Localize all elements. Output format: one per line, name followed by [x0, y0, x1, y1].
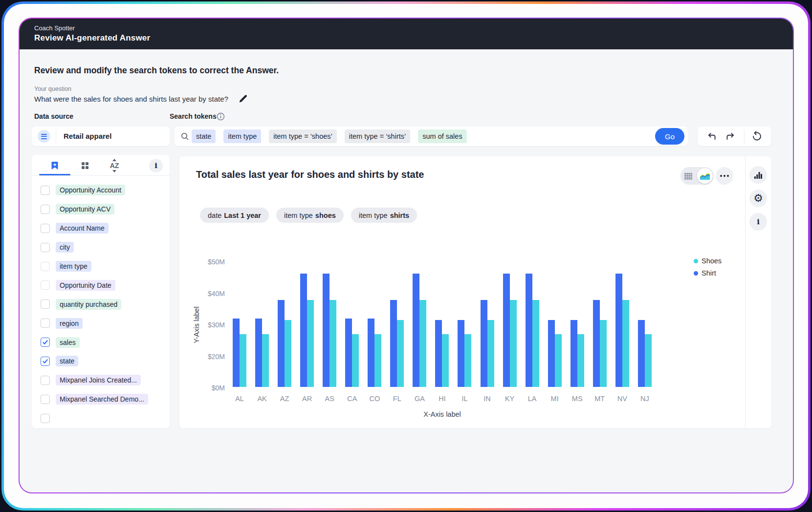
- bar-shirt: [503, 274, 510, 387]
- bar-group: [413, 263, 426, 387]
- history-controls: [698, 127, 771, 146]
- column-checkbox[interactable]: [41, 243, 50, 252]
- x-tick-label: AZ: [278, 395, 291, 403]
- bar-group: [345, 263, 359, 387]
- column-name-chip: sales: [56, 337, 80, 348]
- go-button[interactable]: Go: [655, 128, 684, 145]
- x-tick-label: MI: [548, 395, 562, 403]
- column-list-item[interactable]: item type: [32, 257, 170, 276]
- undo-icon: [706, 131, 717, 142]
- column-checkbox[interactable]: [41, 280, 50, 290]
- your-question-label: Your question: [34, 85, 71, 92]
- bar-shoes: [262, 334, 269, 387]
- bar-shirt: [323, 274, 329, 387]
- x-tick-label: HI: [435, 395, 449, 403]
- column-checkbox[interactable]: [41, 414, 50, 423]
- column-name-chip: state: [56, 356, 78, 366]
- ellipsis-icon: [720, 175, 729, 177]
- legend-dot: [694, 271, 698, 276]
- bar-group: [481, 263, 494, 387]
- column-list-item[interactable]: Opportunity ACV: [32, 200, 170, 219]
- search-tokens-info-icon[interactable]: [217, 112, 224, 120]
- tab-all-columns[interactable]: [78, 159, 92, 172]
- bar-group: [278, 263, 291, 387]
- column-checkbox[interactable]: [41, 299, 50, 309]
- chart-type-button[interactable]: [749, 166, 767, 184]
- column-checkbox[interactable]: [41, 357, 50, 366]
- edit-question-button[interactable]: [238, 94, 248, 104]
- legend-item[interactable]: Shoes: [694, 257, 722, 265]
- column-checkbox[interactable]: [41, 338, 50, 347]
- column-list-item[interactable]: region: [32, 314, 170, 333]
- column-name-chip: Opportunity ACV: [56, 204, 114, 214]
- table-view-button[interactable]: [684, 171, 693, 180]
- filter-chip[interactable]: item typeshoes: [276, 208, 344, 223]
- x-tick-label: LA: [526, 395, 539, 403]
- column-list-item[interactable]: Opportunity Date: [32, 276, 170, 295]
- bar-shoes: [600, 320, 607, 387]
- tab-sort-az[interactable]: AZ: [108, 159, 121, 172]
- column-list-item[interactable]: Mixpanel Joins Created...: [32, 371, 170, 390]
- chart-legend: ShoesShirt: [694, 257, 722, 277]
- redo-button[interactable]: [725, 131, 736, 142]
- column-list-item[interactable]: Mixpanel Searched Demo...: [32, 390, 170, 409]
- column-list-item[interactable]: Account Name: [32, 219, 170, 238]
- search-token[interactable]: item type: [223, 129, 261, 143]
- column-list-item[interactable]: city: [32, 238, 170, 257]
- filter-chip[interactable]: dateLast 1 year: [200, 208, 269, 223]
- grid-icon: [81, 162, 89, 170]
- bar-shirt: [481, 300, 487, 387]
- legend-item[interactable]: Shirt: [694, 269, 722, 277]
- bar-shoes: [397, 320, 404, 387]
- column-list-item[interactable]: Opportunity Account: [32, 181, 170, 200]
- x-tick-label: AL: [233, 395, 246, 403]
- search-token[interactable]: item type = ‘shoes’: [269, 129, 337, 143]
- chart-info-button[interactable]: i: [749, 213, 767, 231]
- column-checkbox[interactable]: [41, 395, 50, 404]
- column-checkbox[interactable]: [41, 319, 50, 328]
- legend-label: Shoes: [702, 257, 722, 265]
- column-checkbox[interactable]: [41, 224, 50, 233]
- bar-group: [435, 263, 449, 387]
- bar-shirt: [368, 319, 374, 387]
- search-token[interactable]: item type = ‘shirts’: [345, 129, 410, 143]
- answer-card: Total sales last year for shoes and shir…: [179, 156, 771, 428]
- bar-shirt: [615, 274, 622, 387]
- column-list-item[interactable]: sales: [32, 333, 170, 352]
- column-list: Opportunity AccountOpportunity ACVAccoun…: [32, 181, 170, 428]
- search-token[interactable]: sum of sales: [418, 129, 466, 143]
- more-options-button[interactable]: [716, 167, 733, 185]
- column-checkbox[interactable]: [41, 186, 50, 195]
- review-heading: Review and modify the search tokens to c…: [34, 65, 279, 76]
- column-list-item[interactable]: [32, 409, 170, 428]
- bar-group: [593, 263, 607, 387]
- column-list-item[interactable]: state: [32, 352, 170, 371]
- search-token[interactable]: state: [192, 129, 216, 143]
- data-source-menu-button[interactable]: [38, 130, 50, 143]
- tab-bookmarked-columns[interactable]: ★: [48, 159, 62, 172]
- reset-button[interactable]: [751, 131, 762, 142]
- search-token-bar[interactable]: stateitem typeitem type = ‘shoes’item ty…: [175, 127, 688, 146]
- columns-panel-tabs: ★ AZ i: [32, 155, 170, 176]
- column-checkbox[interactable]: [41, 376, 50, 385]
- bar-group: [390, 263, 404, 387]
- filter-chip[interactable]: item typeshirts: [351, 208, 417, 223]
- column-list-item[interactable]: quantity purchased: [32, 295, 170, 314]
- chart-settings-button[interactable]: ⚙: [749, 190, 767, 207]
- chart-view-button[interactable]: [697, 168, 713, 184]
- column-name-chip: Opportunity Date: [56, 280, 115, 291]
- hamburger-icon: [41, 134, 47, 139]
- x-tick-label: NJ: [638, 395, 652, 403]
- filter-chip-label: date: [208, 212, 221, 219]
- filter-chip-value: Last 1 year: [224, 212, 261, 219]
- data-source-selector[interactable]: Retail apparel: [32, 127, 170, 146]
- column-checkbox[interactable]: [41, 262, 50, 271]
- divider: [745, 156, 746, 428]
- tab-panel-info[interactable]: i: [149, 159, 163, 172]
- column-checkbox[interactable]: [41, 205, 50, 214]
- x-axis-tick-labels: ALAKAZARASCACOFLGAHIILINKYLAMIMSMTNVNJ: [231, 395, 654, 403]
- search-tokens-label: Search tokens: [170, 112, 217, 120]
- undo-button[interactable]: [706, 131, 717, 142]
- x-tick-label: GA: [413, 395, 426, 403]
- bar-shirt: [413, 274, 419, 387]
